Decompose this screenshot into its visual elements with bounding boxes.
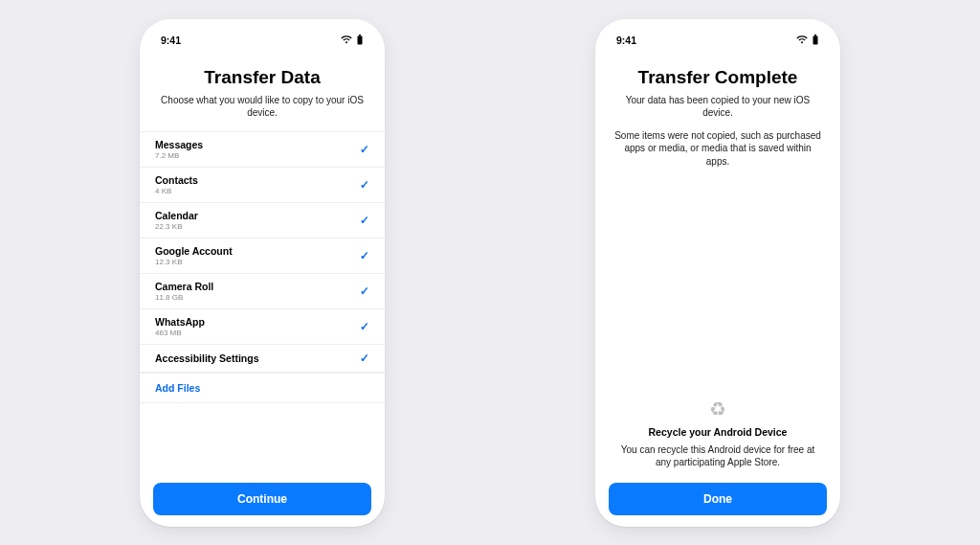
recycle-title: Recycle your Android Device — [614, 426, 821, 438]
check-icon: ✓ — [360, 352, 369, 365]
done-button[interactable]: Done — [609, 483, 827, 515]
svg-rect-3 — [814, 34, 816, 36]
recycle-text: You can recycle this Android device for … — [614, 443, 821, 469]
list-item[interactable]: Google Account 12.3 KB ✓ — [140, 238, 385, 273]
list-item[interactable]: Camera Roll 11.8 GB ✓ — [140, 273, 385, 308]
item-size: 463 MB — [155, 329, 205, 337]
phone-transfer-data: 9:41 Transfer Data Choose what you would… — [140, 19, 385, 527]
header-block: Transfer Complete Your data has been cop… — [595, 50, 840, 180]
check-icon: ✓ — [360, 249, 369, 262]
check-icon: ✓ — [360, 320, 369, 333]
secondary-note: Some items were not copied, such as purc… — [614, 129, 821, 169]
list-item[interactable]: Accessibility Settings ✓ — [140, 344, 385, 373]
status-time: 9:41 — [616, 34, 636, 46]
check-icon: ✓ — [360, 214, 369, 227]
header-block: Transfer Data Choose what you would like… — [140, 50, 385, 131]
phone-transfer-complete: 9:41 Transfer Complete Your data has bee… — [595, 19, 840, 527]
status-icons — [796, 34, 819, 45]
status-bar: 9:41 — [140, 29, 385, 50]
wifi-icon — [796, 35, 808, 44]
item-name: Accessibility Settings — [155, 352, 259, 364]
add-files-link[interactable]: Add Files — [140, 373, 385, 403]
list-item[interactable]: WhatsApp 463 MB ✓ — [140, 308, 385, 344]
battery-icon — [812, 34, 819, 45]
check-icon: ✓ — [360, 143, 369, 156]
svg-rect-1 — [359, 34, 361, 36]
status-time: 9:41 — [161, 34, 181, 46]
item-size: 12.3 KB — [155, 258, 233, 266]
page-title: Transfer Complete — [614, 67, 821, 88]
item-name: Contacts — [155, 174, 198, 186]
item-size: 7.2 MB — [155, 151, 203, 160]
check-icon: ✓ — [360, 284, 369, 298]
page-title: Transfer Data — [159, 67, 366, 88]
svg-rect-0 — [358, 36, 363, 45]
recycle-icon: ♻ — [614, 397, 821, 420]
list-item[interactable]: Calendar 22.3 KB ✓ — [140, 202, 385, 238]
list-item[interactable]: Messages 7.2 MB ✓ — [140, 131, 385, 167]
check-icon: ✓ — [360, 178, 369, 192]
item-size: 11.8 GB — [155, 293, 213, 302]
item-name: Calendar — [155, 210, 198, 221]
page-subtitle: Your data has been copied to your new iO… — [614, 94, 821, 120]
item-size: 22.3 KB — [155, 222, 198, 231]
transfer-items-list: Messages 7.2 MB ✓ Contacts 4 KB ✓ Calend… — [140, 131, 385, 373]
item-name: Messages — [155, 139, 203, 150]
list-item[interactable]: Contacts 4 KB ✓ — [140, 167, 385, 202]
status-bar: 9:41 — [595, 29, 840, 50]
svg-rect-2 — [813, 36, 818, 45]
item-size: 4 KB — [155, 187, 198, 195]
recycle-block: ♻ Recycle your Android Device You can re… — [595, 397, 840, 473]
wifi-icon — [341, 35, 352, 44]
item-name: Camera Roll — [155, 281, 213, 292]
page-subtitle: Choose what you would like to copy to yo… — [159, 94, 366, 120]
battery-icon — [356, 34, 364, 45]
item-name: Google Account — [155, 245, 233, 257]
status-icons — [341, 34, 364, 45]
continue-button[interactable]: Continue — [153, 483, 371, 515]
item-name: WhatsApp — [155, 316, 205, 328]
